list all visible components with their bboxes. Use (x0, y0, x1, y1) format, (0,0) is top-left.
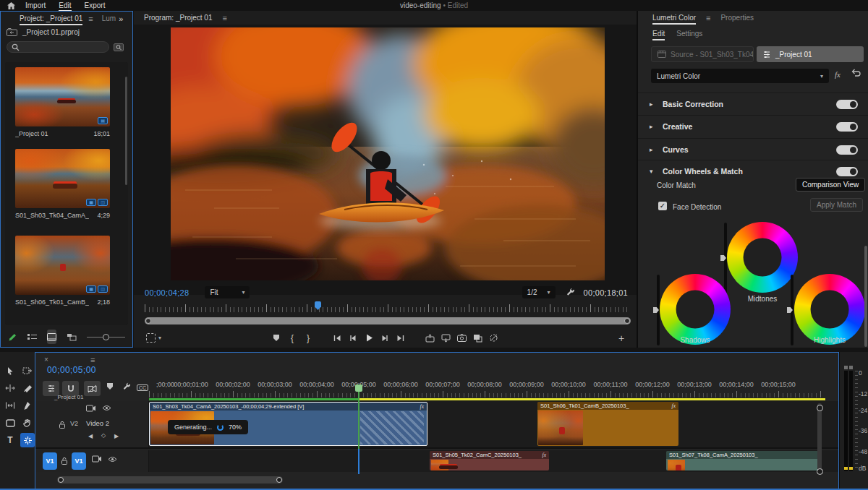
color-wheels-toggle[interactable] (836, 167, 858, 176)
extract-icon[interactable] (438, 332, 454, 345)
mark-in-icon[interactable]: { (284, 332, 300, 345)
global-fx-mute-icon[interactable] (485, 332, 501, 345)
source-project-button[interactable]: _Project 01 (757, 46, 864, 62)
tab-program[interactable]: Program: _Project 01 (144, 14, 213, 22)
sequence-thumbnail[interactable]: ▤ (15, 67, 110, 126)
settings-wrench-icon[interactable] (566, 288, 575, 297)
captions-icon[interactable]: CC (137, 383, 148, 392)
track-v1-badge[interactable]: V1 (72, 452, 86, 470)
track-v1-header[interactable]: V1 V1 (35, 450, 149, 472)
clip-thumbnail[interactable]: ▦◫ (15, 149, 110, 208)
track-select-forward-tool-icon[interactable] (22, 365, 33, 377)
effect-select[interactable]: Lumetri Color▾ (651, 69, 829, 83)
bin-item-clip-2[interactable]: ▦◫ S01_Sh06_Tk01_CamB_20250103... 2;18 (15, 236, 115, 306)
bin-item-sequence[interactable]: ▤ _Project 01 18;01 (15, 67, 115, 137)
home-icon[interactable] (7, 2, 15, 9)
project-panel-menu-icon[interactable]: ≡ (88, 14, 93, 23)
bin-item-clip-1[interactable]: ▦◫ S01_Sh03_Tk04_CamA_20250103... 4;29 (15, 149, 115, 219)
selection-tool-icon[interactable] (4, 365, 16, 377)
pencil-icon[interactable] (8, 332, 17, 342)
video-preview[interactable] (171, 27, 605, 280)
go-to-out-icon[interactable] (393, 332, 409, 345)
program-mini-timeline[interactable] (145, 303, 631, 313)
search-text-field[interactable] (20, 43, 104, 51)
program-scrollbar[interactable] (145, 317, 631, 324)
list-view-icon[interactable] (27, 333, 37, 341)
close-icon[interactable]: × (44, 356, 48, 364)
comparison-view-button[interactable]: Comparison View (796, 178, 865, 192)
source-patch-icon[interactable] (92, 455, 101, 463)
freeform-view-icon[interactable] (67, 333, 77, 341)
tab-lumetri-collapsed[interactable]: Lum (102, 14, 116, 22)
tab-lumetri-color[interactable]: Lumetri Color (652, 14, 696, 22)
timeline-playhead-handle[interactable] (355, 384, 362, 392)
go-to-in-icon[interactable] (329, 332, 345, 345)
add-button-icon[interactable]: + (613, 332, 629, 345)
timeline-marker-icon[interactable] (106, 382, 114, 390)
basic-correction-toggle[interactable] (836, 100, 858, 109)
reset-effect-icon[interactable] (851, 69, 861, 77)
section-curves[interactable]: ▸ Curves (638, 138, 868, 160)
previous-keyframe-icon[interactable]: ◀ (88, 433, 93, 439)
vscroll-bottom-handle[interactable] (817, 468, 823, 475)
add-keyframe-icon[interactable]: ◇ (101, 432, 106, 439)
rectangle-tool-icon[interactable] (4, 417, 16, 429)
timeline-playhead-line[interactable] (358, 392, 359, 449)
clip-thumbnail[interactable]: ▦◫ (15, 236, 110, 295)
mark-out-icon[interactable]: } (300, 332, 316, 345)
type-tool-icon[interactable]: T (4, 434, 16, 446)
button-editor-icon[interactable] (142, 332, 158, 345)
vscroll-top-handle[interactable] (817, 405, 823, 411)
face-detection-checkbox[interactable]: ✓ (658, 202, 667, 210)
add-marker-icon[interactable] (268, 332, 284, 345)
timeline-settings-wrench-icon[interactable] (122, 382, 131, 391)
source-v1-badge[interactable]: V1 (43, 452, 57, 470)
track-v2-header[interactable]: V2 Video 2 ◀ ◇ ▶ (35, 401, 149, 447)
highlights-color-wheel[interactable] (794, 274, 865, 345)
lumetri-scrollbar[interactable] (864, 246, 867, 347)
tab-project[interactable]: Project: _Project 01 (20, 14, 82, 22)
bin-list-scrollbar[interactable] (125, 77, 127, 185)
slip-tool-icon[interactable] (4, 400, 16, 411)
thumbnail-view-icon[interactable] (47, 330, 56, 344)
pen-tool-icon[interactable] (22, 400, 33, 411)
program-timecode[interactable]: 00;00;04;28 (145, 288, 189, 297)
timeline-menu-icon[interactable]: ≡ (90, 356, 95, 364)
linked-selection-icon[interactable] (84, 381, 101, 396)
hand-tool-icon[interactable] (22, 417, 33, 429)
search-bin-icon[interactable] (114, 43, 124, 51)
timeline-clip-camc[interactable]: S01_Sh05_Tk02_CamC_20250103_fx (430, 451, 549, 470)
source-patch-icon[interactable] (86, 405, 95, 412)
subtab-settings[interactable]: Settings (676, 30, 702, 38)
midtones-color-wheel[interactable] (727, 222, 798, 293)
track-lock-icon[interactable] (61, 457, 68, 465)
menu-edit[interactable]: Edit (59, 1, 71, 9)
fx-badge-icon[interactable]: fx (835, 70, 841, 79)
curves-toggle[interactable] (836, 145, 858, 155)
tab-properties[interactable]: Properties (720, 14, 754, 22)
thumbnail-zoom-slider[interactable] (87, 334, 125, 340)
timeline-timecode[interactable]: 00;00;05;00 (47, 365, 96, 375)
razor-tool-icon[interactable] (22, 382, 33, 394)
section-basic-correction[interactable]: ▸ Basic Correction (638, 93, 868, 115)
lift-icon[interactable] (422, 332, 438, 345)
creative-toggle[interactable] (836, 122, 858, 132)
program-panel-menu-icon[interactable]: ≡ (223, 14, 227, 22)
toggle-track-output-eye-icon[interactable] (102, 405, 111, 411)
play-icon[interactable] (361, 332, 377, 345)
apply-match-button[interactable]: Apply Match (810, 198, 863, 212)
sequence-tab-label[interactable]: _Project 01 (54, 394, 83, 400)
track-lock-icon[interactable] (59, 421, 66, 429)
search-input[interactable] (7, 41, 109, 53)
shadows-color-wheel[interactable] (660, 274, 731, 345)
comparison-view-icon[interactable] (469, 332, 485, 345)
next-keyframe-icon[interactable]: ▶ (114, 433, 119, 439)
section-creative[interactable]: ▸ Creative (638, 115, 868, 137)
timeline-clip-camb[interactable]: S01_Sh06_Tk01_CamB_20250103_fx (537, 402, 678, 446)
highlights-luma-slider[interactable] (791, 275, 793, 345)
export-frame-icon[interactable] (454, 332, 469, 345)
tab-overflow-icon[interactable]: » (119, 14, 123, 23)
playback-resolution-select[interactable]: 1/2▾ (522, 286, 556, 298)
menu-import[interactable]: Import (25, 1, 46, 9)
timeline-horizontal-scrollbar[interactable] (57, 476, 283, 483)
